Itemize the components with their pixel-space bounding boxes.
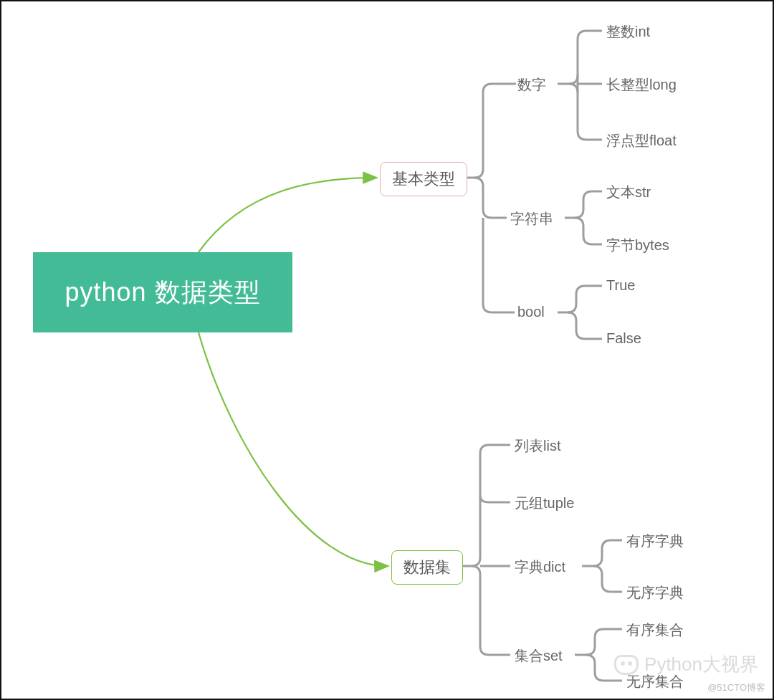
leaf-true: True — [606, 277, 635, 294]
attribution-text: @51CTO博客 — [707, 681, 765, 694]
node-bool: bool — [517, 304, 545, 320]
leaf-set-ordered: 有序集合 — [626, 620, 684, 640]
node-dataset: 数据集 — [391, 550, 463, 585]
leaf-long: 长整型long — [606, 75, 677, 95]
leaf-list: 列表list — [515, 436, 560, 456]
root-label: python 数据类型 — [64, 275, 260, 310]
leaf-tuple: 元组tuple — [515, 494, 574, 513]
node-basic-type: 基本类型 — [380, 162, 467, 196]
watermark: Python大视界 — [614, 652, 758, 677]
leaf-int: 整数int — [606, 22, 650, 42]
leaf-dict-unordered: 无序字典 — [626, 583, 684, 603]
leaf-float: 浮点型float — [606, 131, 677, 150]
node-number: 数字 — [517, 75, 546, 95]
node-set: 集合set — [515, 646, 563, 666]
node-dict: 字典dict — [515, 557, 565, 577]
leaf-false: False — [606, 330, 641, 347]
leaf-dict-ordered: 有序字典 — [626, 532, 684, 551]
wechat-icon — [614, 655, 639, 675]
leaf-str: 文本str — [606, 183, 651, 202]
node-dataset-label: 数据集 — [403, 558, 451, 576]
watermark-text: Python大视界 — [644, 652, 758, 677]
leaf-bytes: 字节bytes — [606, 236, 669, 255]
node-basic-label: 基本类型 — [392, 170, 455, 188]
node-string: 字符串 — [510, 209, 553, 229]
root-node: python 数据类型 — [33, 252, 292, 332]
